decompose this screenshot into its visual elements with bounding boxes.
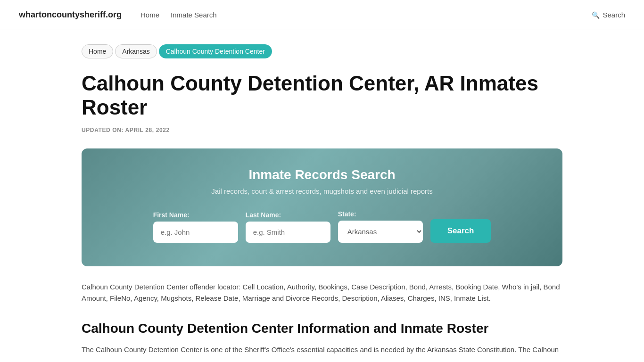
nav-link-home[interactable]: Home (140, 11, 159, 19)
first-name-label: First Name: (153, 211, 238, 219)
last-name-label: Last Name: (246, 211, 330, 219)
search-box: Inmate Records Search Jail records, cour… (82, 148, 562, 266)
nav-search-button[interactable]: 🔍 Search (592, 11, 625, 19)
last-name-group: Last Name: (246, 211, 330, 243)
state-group: State: Arkansas Alabama Alaska Arizona C… (338, 210, 423, 243)
breadcrumb-home[interactable]: Home (82, 44, 113, 58)
last-name-input[interactable] (246, 222, 330, 243)
breadcrumb-current[interactable]: Calhoun County Detention Center (159, 44, 272, 58)
navigation: whartoncountysheriff.org Home Inmate Sea… (0, 0, 644, 30)
page-title: Calhoun County Detention Center, AR Inma… (82, 72, 562, 119)
section-heading: Calhoun County Detention Center Informat… (82, 321, 562, 336)
breadcrumb: Home Arkansas Calhoun County Detention C… (82, 44, 562, 58)
site-logo[interactable]: whartoncountysheriff.org (19, 10, 122, 20)
search-form: First Name: Last Name: State: Arkansas A… (110, 210, 534, 243)
state-label: State: (338, 210, 423, 218)
main-content: Home Arkansas Calhoun County Detention C… (63, 30, 581, 362)
search-box-title: Inmate Records Search (110, 167, 534, 182)
first-name-input[interactable] (153, 222, 238, 243)
search-button[interactable]: Search (430, 219, 491, 243)
search-icon: 🔍 (592, 11, 600, 19)
search-box-subtitle: Jail records, court & arrest records, mu… (110, 187, 534, 195)
breadcrumb-arkansas[interactable]: Arkansas (115, 44, 157, 58)
first-name-group: First Name: (153, 211, 238, 243)
nav-links: Home Inmate Search (140, 11, 573, 19)
nav-link-inmate-search[interactable]: Inmate Search (171, 11, 217, 19)
description-text: Calhoun County Detention Center offender… (82, 281, 562, 304)
nav-search-label: Search (603, 11, 625, 19)
state-select[interactable]: Arkansas Alabama Alaska Arizona Californ… (338, 221, 423, 243)
updated-label: UPDATED ON: APRIL 28, 2022 (82, 127, 562, 133)
section-body: The Calhoun County Detention Center is o… (82, 344, 562, 356)
